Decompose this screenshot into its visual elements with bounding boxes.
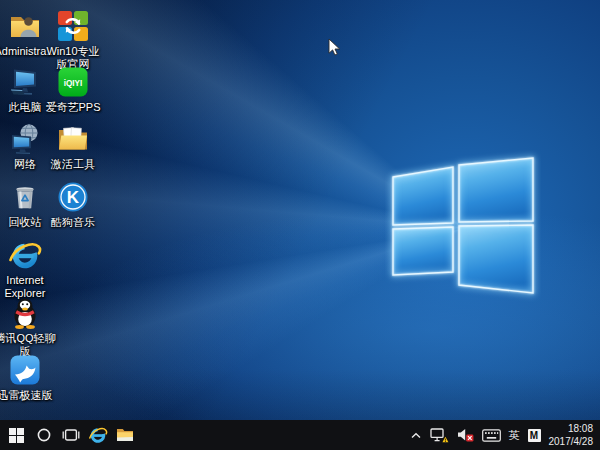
clock-time: 18:08 xyxy=(549,422,594,435)
folder-documents-icon xyxy=(56,121,90,157)
windows-start-icon xyxy=(9,428,24,443)
desktop-icon-label: 爱奇艺PPS xyxy=(45,101,100,114)
desktop-icon-label: 迅雷极速版 xyxy=(0,389,53,402)
chevron-up-icon xyxy=(410,431,422,440)
ime-letter: M xyxy=(530,430,538,441)
desktop-icon-activation-tools[interactable]: 激活工具 xyxy=(41,121,105,171)
desktop-icon-kugou[interactable]: K 酷狗音乐 xyxy=(41,179,105,229)
desktop-icon-label: 激活工具 xyxy=(51,158,95,171)
kugou-letter: K xyxy=(67,188,80,207)
desktop-icon-iqiyi[interactable]: iQIYI 爱奇艺PPS xyxy=(41,64,105,114)
windows-logo xyxy=(385,150,541,302)
desktop-icon-label: 此电脑 xyxy=(9,101,42,114)
folder-icon xyxy=(116,428,134,442)
tray-volume[interactable] xyxy=(457,420,474,450)
mouse-cursor xyxy=(328,38,341,57)
desktop-icon-thunder[interactable]: 迅雷极速版 xyxy=(0,352,57,402)
desktop-icon-label: 酷狗音乐 xyxy=(51,216,95,229)
clock-date: 2017/4/28 xyxy=(549,435,594,448)
tray-language-indicator[interactable]: 英 xyxy=(509,420,520,450)
thunder-bird-icon xyxy=(8,352,42,388)
tray-show-hidden-icons[interactable] xyxy=(410,420,422,450)
internet-explorer-icon xyxy=(7,237,43,273)
win10-refresh-tiles-icon xyxy=(56,8,90,44)
taskbar-internet-explorer[interactable] xyxy=(84,420,111,450)
desktop-icon-internet-explorer[interactable]: Internet Explorer xyxy=(0,237,57,300)
recycle-bin-icon xyxy=(8,179,42,215)
system-tray: 英 M 18:08 2017/4/28 xyxy=(410,420,600,450)
iqiyi-wordmark: iQIYI xyxy=(64,79,83,88)
desktop-icon-label: 回收站 xyxy=(9,216,42,229)
kugou-music-icon: K xyxy=(56,179,90,215)
network-warning-icon xyxy=(430,428,449,443)
task-view-icon xyxy=(62,428,80,442)
tray-touch-keyboard[interactable] xyxy=(482,420,501,450)
network-globe-icon xyxy=(8,121,42,157)
tray-ime-mode[interactable]: M xyxy=(528,420,541,450)
desktop-icon-label: 网络 xyxy=(14,158,36,171)
computer-icon xyxy=(8,64,42,100)
desktop-icon-qq[interactable]: 腾讯QQ轻聊版 xyxy=(0,295,57,358)
desktop-icon-win10-site[interactable]: Win10专业版官网 xyxy=(41,8,105,71)
iqiyi-icon: iQIYI xyxy=(56,64,90,100)
qq-penguin-icon xyxy=(8,295,42,331)
user-folder-icon xyxy=(8,8,42,44)
taskbar: 英 M 18:08 2017/4/28 xyxy=(0,420,600,450)
task-view-button[interactable] xyxy=(57,420,84,450)
search-icon xyxy=(36,427,52,443)
start-button[interactable] xyxy=(3,420,30,450)
keyboard-icon xyxy=(482,429,501,442)
tray-clock[interactable]: 18:08 2017/4/28 xyxy=(549,422,594,448)
taskbar-file-explorer[interactable] xyxy=(111,420,138,450)
volume-muted-icon xyxy=(457,428,474,442)
internet-explorer-icon xyxy=(88,425,108,445)
tray-network-status[interactable] xyxy=(430,420,449,450)
windows-desktop: Administra... 此电脑 xyxy=(0,0,600,450)
search-button[interactable] xyxy=(30,420,57,450)
ime-icon: M xyxy=(528,429,541,442)
